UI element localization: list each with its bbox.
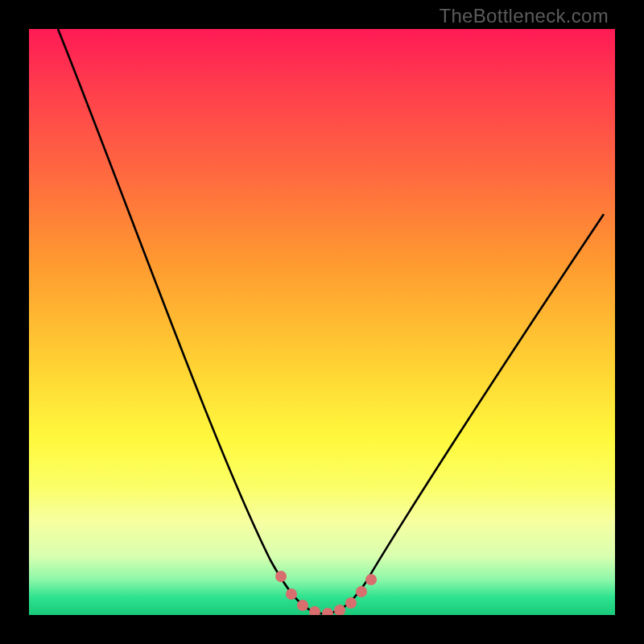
marker-dot bbox=[297, 600, 308, 611]
chart-svg bbox=[29, 29, 615, 615]
marker-dot bbox=[322, 608, 333, 615]
marker-dot bbox=[275, 571, 287, 582]
marker-group bbox=[275, 571, 377, 615]
watermark-text: TheBottleneck.com bbox=[439, 5, 609, 27]
marker-dot bbox=[309, 606, 320, 615]
marker-dot bbox=[356, 586, 367, 597]
marker-dot bbox=[286, 588, 297, 600]
chart-plot-area bbox=[29, 29, 615, 615]
bottleneck-curve bbox=[58, 29, 604, 613]
marker-dot bbox=[365, 574, 377, 585]
marker-dot bbox=[345, 597, 357, 609]
